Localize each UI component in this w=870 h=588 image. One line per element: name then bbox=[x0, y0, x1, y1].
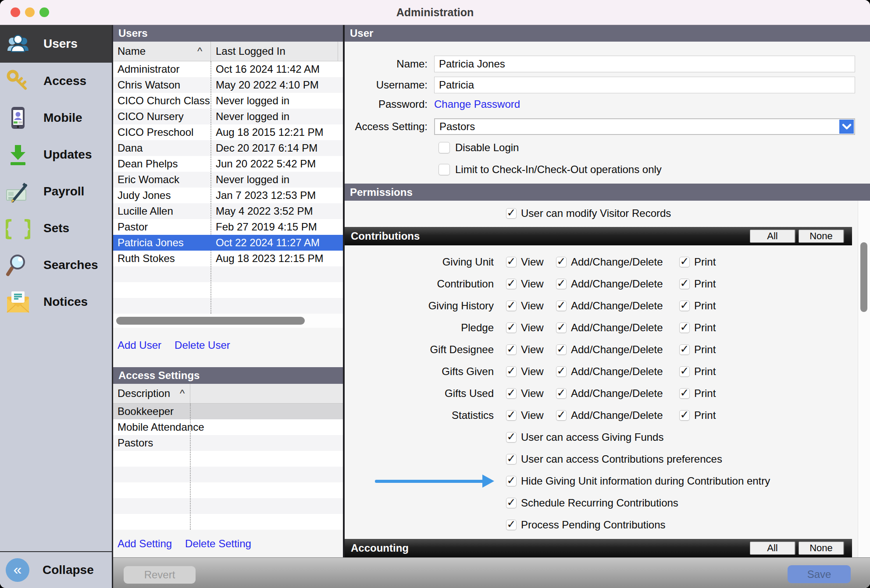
table-row[interactable]: CICO NurseryNever logged in bbox=[113, 109, 343, 124]
disable-login-checkbox[interactable] bbox=[439, 142, 450, 153]
view-checkbox[interactable] bbox=[506, 410, 517, 421]
add-change-delete-checkbox[interactable] bbox=[556, 279, 567, 289]
delete-user-link[interactable]: Delete User bbox=[175, 339, 230, 367]
table-row[interactable] bbox=[113, 514, 343, 530]
permission-option-checkbox[interactable] bbox=[506, 432, 517, 443]
permission-grid-row: Giving UnitViewAdd/Change/DeletePrint bbox=[345, 255, 852, 269]
table-row[interactable]: Mobile Attendance bbox=[113, 419, 343, 435]
table-row[interactable] bbox=[113, 451, 343, 467]
table-row[interactable]: CICO Church ClassNever logged in bbox=[113, 93, 343, 109]
contributions-all-button[interactable]: All bbox=[750, 230, 795, 243]
sidebar-item-label: Mobile bbox=[43, 111, 82, 125]
sidebar-item-mobile[interactable]: Mobile bbox=[0, 99, 112, 136]
add-change-delete-checkbox[interactable] bbox=[556, 344, 567, 355]
access-setting-value: Pastors bbox=[439, 119, 475, 134]
limit-checkin-row: Limit to Check-In/Check-Out operations o… bbox=[345, 163, 852, 176]
column-header-name[interactable]: Name bbox=[118, 42, 146, 61]
column-divider[interactable] bbox=[338, 42, 338, 61]
column-header-last-logged-in[interactable]: Last Logged In bbox=[216, 42, 285, 61]
collapse-button[interactable]: « Collapse bbox=[0, 551, 112, 588]
name-field[interactable] bbox=[434, 56, 855, 72]
table-row[interactable]: Judy JonesJan 7 2023 12:53 PM bbox=[113, 188, 343, 203]
limit-checkin-checkbox[interactable] bbox=[439, 164, 450, 175]
sidebar-item-users[interactable]: Users bbox=[0, 25, 112, 63]
table-row[interactable]: Ruth StokesAug 18 2023 12:15 PM bbox=[113, 251, 343, 266]
administration-window: Administration UsersAccessMobileUpdatesP… bbox=[0, 0, 870, 588]
sidebar-item-payroll[interactable]: Payroll bbox=[0, 173, 112, 210]
column-divider[interactable] bbox=[190, 384, 190, 403]
username-field[interactable] bbox=[434, 77, 855, 93]
view-checkbox[interactable] bbox=[506, 257, 517, 267]
add-change-delete-checkbox[interactable] bbox=[556, 366, 567, 377]
print-checkbox[interactable] bbox=[679, 279, 690, 289]
print-checkbox[interactable] bbox=[679, 410, 690, 421]
table-row[interactable]: Eric WomackNever logged in bbox=[113, 172, 343, 188]
visitor-records-label: User can modify Visitor Records bbox=[521, 207, 671, 220]
table-row[interactable]: AdministratorOct 16 2024 11:42 AM bbox=[113, 61, 343, 77]
table-row[interactable]: CICO PreschoolAug 18 2015 12:21 PM bbox=[113, 124, 343, 140]
print-checkbox[interactable] bbox=[679, 257, 690, 267]
print-checkbox[interactable] bbox=[679, 366, 690, 377]
sidebar-item-access[interactable]: Access bbox=[0, 63, 112, 99]
permission-option-checkbox[interactable] bbox=[506, 454, 517, 464]
accounting-section-title: Accounting bbox=[351, 542, 409, 554]
permission-option-checkbox[interactable] bbox=[506, 476, 517, 486]
table-row[interactable] bbox=[113, 498, 343, 514]
print-checkbox[interactable] bbox=[679, 344, 690, 355]
table-row[interactable] bbox=[113, 298, 343, 314]
user-name-cell: Lucille Allen bbox=[118, 203, 173, 219]
chevron-down-icon[interactable] bbox=[839, 120, 854, 134]
contributions-none-button[interactable]: None bbox=[799, 230, 844, 243]
sidebar-item-updates[interactable]: Updates bbox=[0, 136, 112, 173]
column-divider[interactable] bbox=[210, 42, 211, 61]
svg-text:{ }: { } bbox=[6, 216, 30, 241]
view-checkbox[interactable] bbox=[506, 366, 517, 377]
users-horizontal-scrollbar[interactable] bbox=[113, 314, 343, 328]
table-row[interactable]: DanaDec 20 2017 6:14 PM bbox=[113, 140, 343, 156]
scrollbar-thumb[interactable] bbox=[116, 317, 305, 325]
access-setting-dropdown[interactable]: Pastors bbox=[434, 118, 855, 135]
permissions-vertical-scrollbar[interactable] bbox=[858, 201, 870, 588]
change-password-link[interactable]: Change Password bbox=[434, 97, 520, 112]
table-row[interactable]: Patricia JonesOct 22 2024 11:27 AM bbox=[113, 235, 343, 251]
table-row[interactable]: Dean PhelpsJun 20 2022 5:42 PM bbox=[113, 156, 343, 172]
sort-ascending-icon: ^ bbox=[197, 42, 202, 61]
table-row[interactable] bbox=[113, 482, 343, 498]
table-row[interactable]: PastorFeb 27 2019 4:15 PM bbox=[113, 219, 343, 235]
table-row[interactable]: Chris WatsonMay 20 2022 4:10 PM bbox=[113, 77, 343, 93]
view-checkbox[interactable] bbox=[506, 279, 517, 289]
table-row[interactable]: Lucille AllenMay 4 2022 3:52 PM bbox=[113, 203, 343, 219]
checkbox-label: View bbox=[521, 255, 544, 269]
table-row[interactable] bbox=[113, 266, 343, 282]
table-row[interactable] bbox=[113, 467, 343, 482]
accounting-none-button[interactable]: None bbox=[799, 542, 844, 555]
visitor-records-checkbox[interactable] bbox=[506, 208, 517, 219]
revert-button[interactable]: Revert bbox=[124, 566, 196, 584]
print-checkbox[interactable] bbox=[679, 388, 690, 399]
view-checkbox[interactable] bbox=[506, 344, 517, 355]
view-checkbox[interactable] bbox=[506, 388, 517, 399]
sidebar-item-notices[interactable]: Notices bbox=[0, 283, 112, 320]
add-change-delete-checkbox[interactable] bbox=[556, 410, 567, 421]
view-checkbox[interactable] bbox=[506, 301, 517, 311]
view-checkbox[interactable] bbox=[506, 322, 517, 333]
add-change-delete-checkbox[interactable] bbox=[556, 388, 567, 399]
accounting-all-button[interactable]: All bbox=[750, 542, 795, 555]
add-change-delete-checkbox[interactable] bbox=[556, 301, 567, 311]
print-checkbox[interactable] bbox=[679, 301, 690, 311]
print-checkbox[interactable] bbox=[679, 322, 690, 333]
table-row[interactable]: Bookkeeper bbox=[113, 404, 343, 419]
add-user-link[interactable]: Add User bbox=[118, 339, 161, 367]
sidebar-item-sets[interactable]: { }Sets bbox=[0, 210, 112, 247]
disable-login-row: Disable Login bbox=[345, 141, 852, 154]
sidebar-item-searches[interactable]: Searches bbox=[0, 247, 112, 283]
table-row[interactable]: Pastors bbox=[113, 435, 343, 451]
permission-option-checkbox[interactable] bbox=[506, 498, 517, 508]
column-header-description[interactable]: Description bbox=[118, 384, 170, 403]
add-change-delete-checkbox[interactable] bbox=[556, 322, 567, 333]
add-change-delete-checkbox[interactable] bbox=[556, 257, 567, 267]
permission-option-checkbox[interactable] bbox=[506, 520, 517, 530]
save-button[interactable]: Save bbox=[788, 565, 851, 583]
scrollbar-thumb[interactable] bbox=[860, 242, 867, 312]
table-row[interactable] bbox=[113, 282, 343, 298]
